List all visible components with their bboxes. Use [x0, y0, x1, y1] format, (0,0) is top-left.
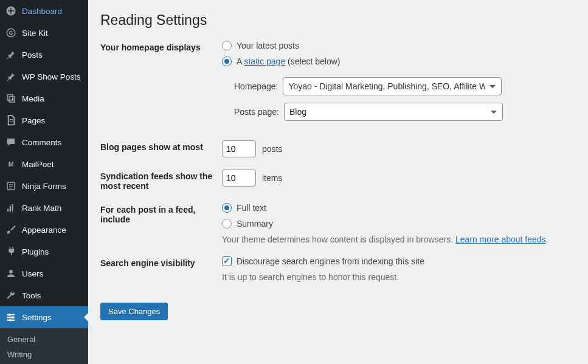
pin-icon	[5, 49, 17, 61]
sidebar-item-sitekit[interactable]: G Site Kit	[0, 22, 88, 44]
sidebar-item-appearance[interactable]: Appearance	[0, 219, 88, 241]
sidebar-item-label: Dashboard	[22, 7, 62, 16]
sidebar-item-label: MailPoet	[22, 160, 54, 169]
submenu-general[interactable]: General	[0, 332, 88, 347]
static-prefix: A	[237, 57, 242, 66]
sidebar-item-label: Appearance	[22, 225, 66, 235]
main-content: Reading Settings Your homepage displays …	[88, 0, 588, 364]
radio-latest-posts[interactable]	[222, 41, 232, 50]
rankmath-icon	[5, 202, 17, 214]
learn-more-feeds-link[interactable]: Learn more about feeds	[455, 235, 546, 244]
svg-point-2	[12, 98, 14, 100]
sidebar-item-media[interactable]: Media	[0, 88, 88, 109]
radio-label-latest: Your latest posts	[237, 41, 299, 50]
brush-icon	[5, 224, 17, 236]
sidebar-item-label: Plugins	[22, 247, 49, 256]
syndication-suffix: items	[262, 173, 282, 183]
mailpoet-icon: M	[5, 158, 17, 170]
settings-icon	[5, 311, 17, 323]
sidebar-item-wpshowposts[interactable]: WP Show Posts	[0, 66, 88, 88]
postspage-select[interactable]: Blog	[284, 103, 503, 121]
checkbox-discourage-search[interactable]	[222, 256, 232, 266]
checkbox-label-discourage: Discourage search engines from indexing …	[237, 256, 424, 266]
label-blog-pages: Blog pages show at most	[100, 140, 222, 152]
postspage-select-label: Posts page:	[234, 107, 279, 117]
comments-icon	[5, 136, 17, 148]
row-syndication: Syndication feeds show the most recent i…	[100, 170, 576, 191]
sidebar-item-tools[interactable]: Tools	[0, 284, 88, 306]
sidebar-item-label: WP Show Posts	[22, 72, 81, 81]
sidebar-item-users[interactable]: Users	[0, 263, 88, 284]
settings-submenu: General Writing Reading Discussion	[0, 328, 88, 364]
label-feed-include: For each post in a feed, include	[100, 203, 222, 224]
sidebar-item-mailpoet[interactable]: M MailPoet	[0, 153, 88, 175]
svg-rect-6	[7, 314, 15, 315]
search-visibility-description: It is up to search engines to honor this…	[222, 272, 576, 282]
sidebar-item-comments[interactable]: Comments	[0, 131, 88, 153]
sidebar-item-label: Pages	[22, 116, 45, 125]
svg-rect-10	[12, 317, 13, 319]
sidebar-item-label: Rank Math	[22, 204, 61, 213]
svg-rect-9	[9, 314, 10, 316]
row-search-visibility: Search engine visibility Discourage sear…	[100, 256, 576, 282]
sidebar-item-label: Comments	[22, 138, 61, 147]
svg-text:G: G	[9, 30, 13, 36]
tools-icon	[5, 289, 17, 301]
row-homepage-displays: Your homepage displays Your latest posts…	[100, 41, 576, 128]
svg-rect-7	[7, 317, 15, 318]
sidebar-item-label: Users	[22, 269, 43, 278]
svg-point-5	[9, 270, 13, 273]
sidebar-item-dashboard[interactable]: Dashboard	[0, 0, 88, 22]
radio-full-text[interactable]	[222, 203, 232, 213]
row-blog-pages: Blog pages show at most posts	[100, 140, 576, 157]
pin-icon	[5, 70, 17, 83]
sidebar-item-label: Posts	[22, 50, 43, 60]
label-syndication: Syndication feeds show the most recent	[100, 170, 222, 191]
radio-label-summary: Summary	[237, 219, 273, 228]
forms-icon	[5, 180, 17, 192]
sitekit-icon: G	[5, 27, 17, 39]
sidebar-item-label: Media	[22, 94, 44, 103]
svg-text:M: M	[9, 160, 14, 168]
static-suffix: (select below)	[288, 57, 340, 66]
media-icon	[5, 92, 17, 105]
plugin-icon	[5, 246, 17, 258]
label-homepage-displays: Your homepage displays	[100, 41, 222, 52]
sidebar-item-label: Site Kit	[22, 29, 48, 38]
sidebar-item-label: Tools	[22, 291, 41, 300]
radio-static-page[interactable]	[222, 57, 232, 66]
feed-description: Your theme determines how content is dis…	[222, 235, 576, 244]
page-title: Reading Settings	[100, 12, 576, 29]
sidebar-item-rankmath[interactable]: Rank Math	[0, 197, 88, 219]
dashboard-icon	[5, 5, 17, 17]
homepage-select-label: Homepage:	[234, 81, 278, 91]
sidebar-item-posts[interactable]: Posts	[0, 44, 88, 66]
svg-rect-11	[10, 319, 11, 321]
admin-sidebar: Dashboard G Site Kit Posts WP Show Posts…	[0, 0, 88, 364]
blog-pages-input[interactable]	[222, 140, 256, 157]
sidebar-item-label: Ninja Forms	[22, 182, 66, 191]
pages-icon	[5, 114, 17, 126]
radio-label-full: Full text	[237, 203, 266, 213]
homepage-select[interactable]: Yoyao - Digital Marketing, Publishing, S…	[283, 77, 502, 95]
sidebar-item-settings[interactable]: Settings	[0, 306, 88, 328]
label-search-visibility: Search engine visibility	[100, 256, 222, 268]
syndication-input[interactable]	[222, 170, 256, 187]
static-page-link[interactable]: static page	[244, 57, 285, 66]
sidebar-item-ninjaforms[interactable]: Ninja Forms	[0, 175, 88, 197]
radio-summary[interactable]	[222, 219, 232, 228]
blog-pages-suffix: posts	[262, 144, 282, 154]
sidebar-item-plugins[interactable]: Plugins	[0, 241, 88, 263]
sidebar-item-pages[interactable]: Pages	[0, 109, 88, 131]
sidebar-item-label: Settings	[22, 313, 52, 322]
submenu-writing[interactable]: Writing	[0, 347, 88, 362]
users-icon	[5, 267, 17, 280]
row-feed-include: For each post in a feed, include Full te…	[100, 203, 576, 244]
save-button[interactable]: Save Changes	[100, 303, 168, 320]
